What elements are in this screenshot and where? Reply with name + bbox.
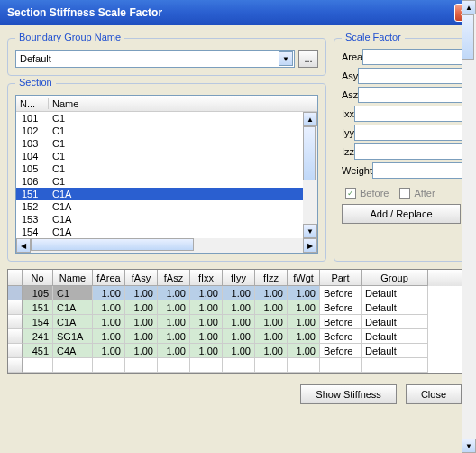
sf-input-izz[interactable] bbox=[354, 143, 476, 160]
grid-header-cell[interactable]: No bbox=[23, 270, 53, 286]
after-checkbox[interactable]: After bbox=[399, 188, 435, 199]
grid-vscrollbar[interactable]: ▲ ▼ bbox=[462, 0, 476, 453]
scale-factor-label: Scale Factor bbox=[342, 32, 405, 42]
sf-input-weight[interactable] bbox=[372, 162, 476, 179]
scroll-left-icon[interactable]: ◀ bbox=[16, 238, 31, 253]
sf-label: Iyy bbox=[342, 127, 354, 138]
scroll-thumb[interactable] bbox=[462, 14, 474, 60]
scroll-up-icon[interactable]: ▲ bbox=[462, 0, 476, 14]
sf-input-asz[interactable] bbox=[358, 87, 476, 103]
scroll-down-icon[interactable]: ▼ bbox=[303, 224, 317, 238]
window-title: Section Stiffness Scale Factor bbox=[7, 6, 454, 19]
section-header-name[interactable]: Name bbox=[49, 98, 317, 109]
table-row[interactable]: 154C1A1.001.001.001.001.001.001.00Before… bbox=[8, 315, 468, 329]
grid-header-cell[interactable] bbox=[8, 270, 23, 286]
grid-header-cell[interactable]: fIzz bbox=[255, 270, 288, 286]
boundary-group-fieldset: Boundary Group Name Default ▼ ... bbox=[7, 38, 326, 76]
section-listbox[interactable]: N... Name 101C1102C1103C1104C1105C1106C1… bbox=[15, 95, 318, 254]
section-fieldset: Section N... Name 101C1102C1103C1104C110… bbox=[7, 83, 326, 262]
scroll-down-icon[interactable]: ▼ bbox=[462, 439, 476, 453]
table-row[interactable]: 105C11.001.001.001.001.001.001.00BeforeD… bbox=[8, 286, 468, 300]
sf-label: Asz bbox=[342, 89, 358, 100]
list-item[interactable]: 105C1 bbox=[16, 162, 317, 175]
grid-header-cell[interactable]: fAsz bbox=[158, 270, 190, 286]
checkbox-icon bbox=[399, 188, 410, 199]
scroll-up-icon[interactable]: ▲ bbox=[303, 112, 317, 126]
sf-label: Ixx bbox=[342, 108, 354, 119]
grid-header-cell[interactable]: fArea bbox=[93, 270, 125, 286]
section-header-no[interactable]: N... bbox=[16, 98, 49, 109]
grid-header-cell[interactable]: fAsy bbox=[125, 270, 158, 286]
result-grid[interactable]: NoNamefAreafAsyfAszfIxxfIyyfIzzfWgtPartG… bbox=[7, 269, 469, 374]
titlebar: Section Stiffness Scale Factor ✕ bbox=[0, 0, 476, 25]
scroll-right-icon[interactable]: ▶ bbox=[303, 238, 317, 253]
scroll-thumb[interactable] bbox=[303, 126, 316, 180]
scale-factor-fieldset: Scale Factor AreaAsyAszIxxIyyIzzWeight ✓… bbox=[334, 38, 469, 262]
section-label: Section bbox=[15, 77, 56, 88]
grid-header-cell[interactable]: fWgt bbox=[288, 270, 320, 286]
sf-input-ixx[interactable] bbox=[354, 106, 476, 122]
boundary-browse-button[interactable]: ... bbox=[298, 50, 318, 68]
chevron-down-icon[interactable]: ▼ bbox=[279, 51, 293, 66]
table-row[interactable]: 241SG1A1.001.001.001.001.001.001.00Befor… bbox=[8, 329, 468, 344]
hscroll-thumb[interactable] bbox=[31, 238, 194, 251]
section-vscrollbar[interactable]: ▲ ▼ bbox=[303, 112, 317, 238]
boundary-group-combo[interactable]: Default ▼ bbox=[15, 50, 295, 68]
sf-input-asy[interactable] bbox=[358, 68, 476, 84]
sf-label: Weight bbox=[342, 165, 372, 176]
list-item[interactable]: 153C1A bbox=[16, 213, 317, 226]
checkbox-icon: ✓ bbox=[345, 188, 356, 199]
list-item[interactable]: 152C1A bbox=[16, 200, 317, 213]
list-item[interactable]: 103C1 bbox=[16, 137, 317, 150]
boundary-group-label: Boundary Group Name bbox=[15, 32, 124, 42]
table-row[interactable]: 151C1A1.001.001.001.001.001.001.00Before… bbox=[8, 300, 468, 315]
section-list-header: N... Name bbox=[16, 96, 317, 112]
grid-header-cell[interactable]: Name bbox=[53, 270, 93, 286]
grid-header-cell[interactable]: Group bbox=[362, 270, 428, 286]
add-replace-button[interactable]: Add / Replace bbox=[342, 204, 461, 224]
sf-input-area[interactable] bbox=[362, 49, 476, 65]
list-item[interactable]: 102C1 bbox=[16, 125, 317, 137]
grid-header-cell[interactable]: fIxx bbox=[190, 270, 223, 286]
show-stiffness-button[interactable]: Show Stiffness bbox=[300, 384, 397, 404]
section-hscrollbar[interactable]: ◀ ▶ bbox=[16, 238, 317, 253]
before-checkbox[interactable]: ✓ Before bbox=[345, 188, 389, 199]
grid-header-cell[interactable]: fIyy bbox=[223, 270, 255, 286]
list-item[interactable]: 151C1A bbox=[16, 188, 317, 200]
sf-label: Area bbox=[342, 51, 362, 62]
list-item[interactable]: 104C1 bbox=[16, 150, 317, 162]
list-item[interactable]: 154C1A bbox=[16, 226, 317, 238]
sf-label: Asy bbox=[342, 70, 358, 81]
table-row[interactable]: 451C4A1.001.001.001.001.001.001.00Before… bbox=[8, 344, 468, 358]
list-item[interactable]: 106C1 bbox=[16, 175, 317, 188]
close-button[interactable]: Close bbox=[406, 384, 462, 404]
sf-label: Izz bbox=[342, 146, 354, 157]
boundary-group-value: Default bbox=[20, 53, 51, 64]
sf-input-iyy[interactable] bbox=[354, 125, 476, 141]
list-item[interactable]: 101C1 bbox=[16, 112, 317, 125]
grid-header-cell[interactable]: Part bbox=[320, 270, 362, 286]
